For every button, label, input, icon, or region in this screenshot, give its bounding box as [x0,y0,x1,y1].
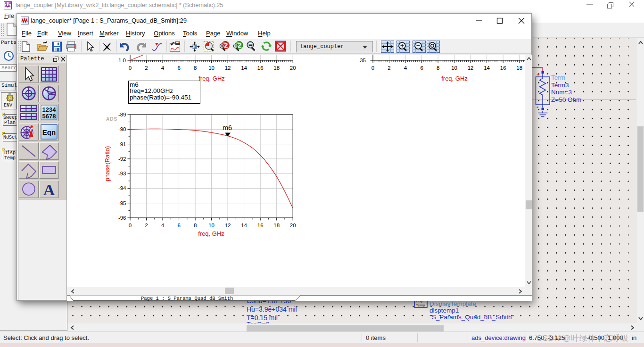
svg-text:10: 10 [208,65,215,71]
svg-text:20: 20 [290,223,296,228]
svg-text:2: 2 [145,65,148,71]
svg-text:16: 16 [257,223,264,228]
svg-text:0: 0 [129,65,132,71]
svg-text:phase(Ratio)=-90.451: phase(Ratio)=-90.451 [130,94,191,101]
svg-text:14: 14 [241,223,247,228]
svg-text:12: 12 [225,65,231,71]
svg-text:-91: -91 [118,141,126,147]
svg-text:m6: m6 [223,124,232,132]
svg-text:8: 8 [194,65,197,71]
svg-text:phase(Ratio): phase(Ratio) [104,146,111,181]
svg-text:12: 12 [225,223,231,228]
svg-text:2: 2 [388,65,390,71]
svg-text:Num=3: Num=3 [551,89,572,96]
svg-text:4: 4 [404,65,407,71]
svg-text:5678: 5678 [42,113,56,120]
svg-text:freq, GHz: freq, GHz [198,75,225,82]
svg-text:6: 6 [177,223,180,228]
svg-text:-: - [537,103,538,110]
svg-text:16: 16 [257,65,264,71]
svg-text:-95: -95 [118,200,126,206]
svg-text:0: 0 [129,223,132,228]
svg-text:freq, GHz: freq, GHz [198,230,224,237]
svg-text:1234: 1234 [42,106,57,113]
svg-text:0: 0 [372,65,374,71]
svg-text:2: 2 [145,223,148,228]
svg-text:14: 14 [241,65,247,71]
svg-text:-94: -94 [118,185,126,191]
svg-text:Eqn: Eqn [42,128,56,136]
svg-text:Term: Term [551,74,565,81]
svg-text:18: 18 [273,223,280,228]
svg-text:freq, GHz: freq, GHz [441,75,468,82]
svg-text:Temp: Temp [416,303,425,307]
svg-text:-35: -35 [358,58,366,63]
svg-text:8: 8 [437,65,439,71]
svg-text:12: 12 [468,65,474,71]
svg-text:10: 10 [451,65,457,71]
svg-text:6: 6 [420,65,423,71]
svg-text:-90: -90 [118,126,126,132]
svg-text:1.0: 1.0 [118,58,126,63]
svg-text:10: 10 [208,223,215,228]
svg-text:6: 6 [177,65,180,71]
svg-text:20: 20 [290,65,296,71]
svg-text:-89: -89 [118,112,126,117]
svg-text:14: 14 [484,65,490,71]
svg-text:A: A [43,181,55,198]
svg-text:ADS: ADS [106,116,117,122]
svg-text:Term3: Term3 [551,82,569,89]
svg-text:-93: -93 [118,171,126,176]
svg-text:4: 4 [161,223,165,228]
svg-text:-96: -96 [118,215,126,221]
svg-text:+: + [537,72,540,78]
svg-text:18: 18 [516,65,522,71]
svg-text:8: 8 [194,223,197,228]
svg-text:2: 2 [224,41,228,49]
svg-text:-92: -92 [118,156,126,162]
svg-text:4: 4 [161,65,165,71]
svg-text:16: 16 [500,65,506,71]
svg-text:2: 2 [238,41,241,49]
svg-text:18: 18 [273,65,280,71]
svg-text:Z=50 Ohm: Z=50 Ohm [551,96,581,103]
